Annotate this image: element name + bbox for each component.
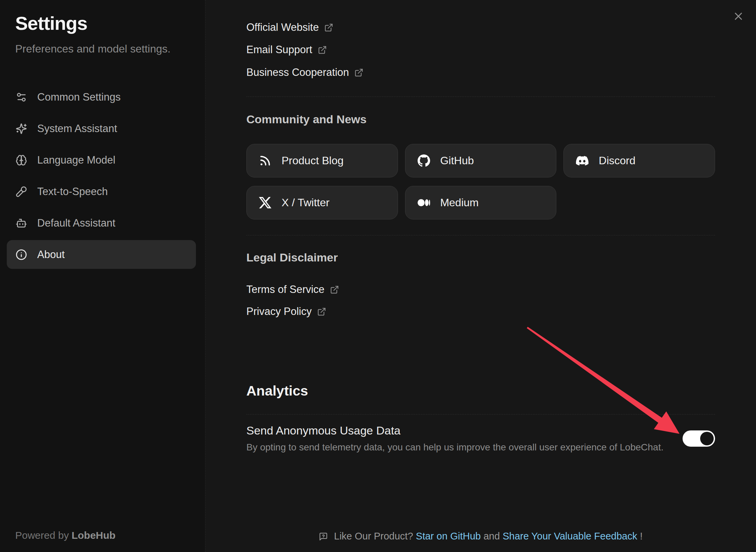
legal-section-title: Legal Disclaimer (246, 251, 338, 264)
brand-logo: LobeHub (71, 530, 115, 541)
sidebar-item-label: System Assistant (37, 123, 117, 135)
feedback-footer: Like Our Product? Star on GitHub and Sha… (246, 531, 715, 542)
share-feedback-link[interactable]: Share Your Valuable Feedback (503, 531, 637, 542)
external-link-icon (354, 68, 363, 77)
telemetry-setting-label: Send Anonymous Usage Data (246, 424, 664, 437)
privacy-policy-link[interactable]: Privacy Policy (246, 304, 326, 319)
community-buttons: Product Blog GitHub Discord X / Twitter … (246, 144, 715, 219)
telemetry-setting-row: Send Anonymous Usage Data By opting to s… (246, 424, 715, 453)
button-label: Medium (440, 196, 479, 209)
divider (246, 97, 715, 97)
link-label: Email Support (246, 44, 312, 56)
product-blog-button[interactable]: Product Blog (246, 144, 398, 177)
external-link-icon (324, 23, 333, 32)
star-on-github-link[interactable]: Star on GitHub (416, 531, 481, 542)
official-website-link[interactable]: Official Website (246, 20, 333, 35)
sidebar-item-label: Text-to-Speech (37, 186, 108, 198)
sidebar-item-label: Common Settings (37, 91, 120, 103)
about-content: Contact Us Official Website Email Suppor… (246, 0, 715, 552)
mic-icon (16, 186, 27, 197)
sidebar-item-label: Default Assistant (37, 217, 115, 229)
button-label: GitHub (440, 154, 474, 167)
button-label: Discord (599, 154, 635, 167)
analytics-section-title: Analytics (246, 383, 308, 399)
usage-data-toggle[interactable] (683, 430, 715, 447)
business-cooperation-link[interactable]: Business Cooperation (246, 65, 363, 80)
footer-suffix: ! (640, 531, 643, 542)
external-link-icon (317, 307, 326, 316)
external-link-icon (318, 45, 327, 55)
sidebar-item-label: About (37, 249, 65, 261)
link-label: Privacy Policy (246, 305, 312, 318)
sparkles-icon (16, 123, 27, 134)
sidebar-item-default-assistant[interactable]: Default Assistant (7, 209, 196, 237)
link-label: Terms of Service (246, 283, 325, 296)
community-section-title: Community and News (246, 113, 366, 126)
terms-of-service-link[interactable]: Terms of Service (246, 282, 339, 297)
button-label: Product Blog (282, 154, 343, 167)
telemetry-setting-description: By opting to send telemetry data, you ca… (246, 442, 664, 453)
button-label: X / Twitter (282, 196, 330, 209)
link-label: Official Website (246, 21, 319, 34)
github-button[interactable]: GitHub (405, 144, 557, 177)
sidebar-item-language-model[interactable]: Language Model (7, 146, 196, 174)
x-twitter-button[interactable]: X / Twitter (246, 186, 398, 219)
page-title: Settings (15, 12, 87, 34)
info-icon (16, 249, 27, 260)
sidebar-item-text-to-speech[interactable]: Text-to-Speech (7, 177, 196, 206)
powered-by-text: Powered by (15, 530, 69, 541)
x-twitter-icon (259, 196, 271, 209)
robot-icon (16, 217, 27, 229)
toggle-knob (700, 432, 714, 445)
medium-button[interactable]: Medium (405, 186, 557, 219)
sidebar-item-common-settings[interactable]: Common Settings (7, 83, 196, 111)
settings-nav: Common Settings System Assistant Languag… (7, 83, 196, 272)
footer-middle: and (484, 531, 500, 542)
medium-icon (418, 196, 430, 209)
link-label: Business Cooperation (246, 66, 349, 79)
settings-window: Settings Preferences and model settings.… (0, 0, 756, 552)
close-icon[interactable] (732, 10, 744, 22)
brain-icon (16, 154, 27, 166)
divider (246, 235, 715, 235)
message-bubble-icon (319, 532, 328, 541)
sidebar-item-label: Language Model (37, 154, 115, 166)
divider (246, 414, 715, 415)
page-subtitle: Preferences and model settings. (15, 43, 171, 55)
sidebar-item-system-assistant[interactable]: System Assistant (7, 114, 196, 143)
discord-icon (576, 154, 588, 167)
discord-button[interactable]: Discord (563, 144, 715, 177)
about-panel: Contact Us Official Website Email Suppor… (205, 0, 756, 552)
rss-icon (259, 154, 271, 167)
powered-by: Powered byLobeHub (15, 530, 115, 541)
github-icon (418, 154, 430, 167)
settings-sidebar: Settings Preferences and model settings.… (0, 0, 205, 552)
sidebar-item-about[interactable]: About (7, 240, 196, 269)
sliders-icon (16, 91, 27, 103)
contact-section-title: Contact Us (246, 0, 311, 3)
email-support-link[interactable]: Email Support (246, 42, 327, 57)
external-link-icon (330, 285, 339, 294)
telemetry-setting-text: Send Anonymous Usage Data By opting to s… (246, 424, 664, 453)
footer-prefix: Like Our Product? (334, 531, 413, 542)
